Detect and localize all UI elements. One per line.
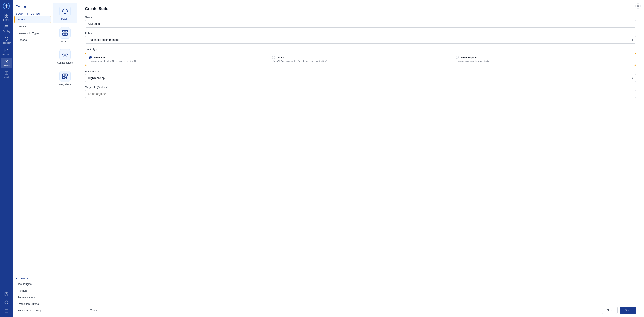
next-button[interactable]: Next xyxy=(602,306,618,314)
dast-name: DAST xyxy=(277,56,284,59)
sidebar-item-policies[interactable]: Policies xyxy=(14,24,51,30)
svg-rect-10 xyxy=(5,294,6,295)
modal-footer: Cancel Next Save xyxy=(77,303,644,317)
target-url-form-group: Target Url (Optional) xyxy=(85,86,636,98)
modal-main: × Create Suite Name Policy TraceableReco… xyxy=(77,0,644,317)
policy-select-wrapper: TraceableRecommended Custom Policy ▾ xyxy=(85,36,636,44)
modal-side-item-integrations[interactable]: Integrations xyxy=(53,68,77,88)
traffic-option-xast-live[interactable]: XAST Live Leverages functional traffic t… xyxy=(86,53,269,66)
radio-dast xyxy=(272,56,275,59)
svg-rect-3 xyxy=(5,16,6,18)
target-url-label: Target Url (Optional) xyxy=(85,86,636,89)
environment-label: Environment xyxy=(85,70,636,73)
policy-label: Policy xyxy=(85,32,636,35)
modal-side-label-configurations: Configurations xyxy=(57,61,72,64)
svg-rect-8 xyxy=(5,292,6,294)
svg-rect-5 xyxy=(5,26,8,29)
svg-rect-15 xyxy=(65,31,67,32)
sidebar-item-authentications[interactable]: Authentications xyxy=(14,294,51,300)
sidebar-item-reports[interactable]: Reports xyxy=(14,37,51,43)
dast-desc: Use API Spec provided to fuzz data to ge… xyxy=(272,60,449,63)
svg-rect-17 xyxy=(65,33,67,35)
name-input[interactable] xyxy=(85,20,636,28)
svg-rect-14 xyxy=(62,31,65,32)
nav-label-catalog: Catalog xyxy=(3,30,10,33)
nav-item-gear[interactable] xyxy=(1,298,12,306)
environment-form-group: Environment HighTechApp Production Stagi… xyxy=(85,70,636,82)
svg-rect-9 xyxy=(6,292,8,294)
sidebar-item-test-plugins[interactable]: Test Plugins xyxy=(14,281,51,287)
sidebar-item-suites[interactable]: Suites xyxy=(14,16,51,23)
cancel-button[interactable]: Cancel xyxy=(85,307,104,313)
nav-bottom xyxy=(1,290,12,314)
modal-title: Create Suite xyxy=(85,7,636,11)
security-testing-label: SECURITY TESTING xyxy=(13,10,53,16)
svg-rect-16 xyxy=(62,33,65,35)
sidebar-item-evaluation-criteria[interactable]: Evaluation Criteria xyxy=(14,301,51,307)
environment-select-wrapper: HighTechApp Production Staging ▾ xyxy=(85,74,636,82)
policy-form-group: Policy TraceableRecommended Custom Polic… xyxy=(85,32,636,44)
configurations-icon xyxy=(62,51,68,58)
nav-item-reports[interactable]: Reports xyxy=(1,69,12,80)
modal-side-label-integrations: Integrations xyxy=(58,83,71,86)
name-form-group: Name xyxy=(85,16,636,28)
integrations-icon-wrapper xyxy=(59,71,70,82)
xast-live-name: XAST Live xyxy=(94,56,106,59)
modal-side-item-details[interactable]: Details xyxy=(53,3,77,23)
modal-side-item-assets[interactable]: Assets xyxy=(53,25,77,45)
modal-overlay: Details Assets xyxy=(53,0,644,317)
details-icon-wrapper xyxy=(59,6,70,17)
radio-xast-replay xyxy=(456,56,459,59)
nav-item-analytics[interactable]: Analytics xyxy=(1,46,12,57)
nav-item-boards[interactable]: Boards xyxy=(1,12,12,23)
svg-rect-21 xyxy=(62,77,65,79)
nav-label-boards: Boards xyxy=(3,19,10,21)
integrations-icon xyxy=(62,73,68,80)
save-button[interactable]: Save xyxy=(620,306,636,314)
svg-rect-20 xyxy=(65,74,67,76)
left-nav: Boards Catalog Protection Analytics Test… xyxy=(0,0,13,317)
nav-label-protection: Protection xyxy=(2,42,11,44)
sidebar-item-runners[interactable]: Runners xyxy=(14,287,51,294)
sidebar-item-vulnerability-types[interactable]: Vulnerability Types xyxy=(14,30,51,36)
svg-rect-1 xyxy=(5,14,6,16)
sidebar-item-environment-config[interactable]: Environment Config xyxy=(14,307,51,313)
svg-rect-2 xyxy=(6,14,8,16)
nav-item-protection[interactable]: Protection xyxy=(1,35,12,46)
nav-item-docs[interactable] xyxy=(1,307,12,314)
nav-item-catalog[interactable]: Catalog xyxy=(1,24,12,34)
traffic-option-xast-replay[interactable]: XAST Replay Leverage past data to replay… xyxy=(452,53,636,66)
svg-point-18 xyxy=(64,54,66,55)
main-content: API Security Suites SCANS COMPLETED 731 … xyxy=(53,0,644,317)
sidebar: Testing SECURITY TESTING Suites Policies… xyxy=(13,0,53,317)
modal-sidebar: Details Assets xyxy=(53,0,77,317)
modal-close-button[interactable]: × xyxy=(635,3,641,9)
modal-side-label-assets: Assets xyxy=(61,40,68,43)
nav-item-add[interactable] xyxy=(1,290,12,298)
nav-label-reports: Reports xyxy=(3,76,10,78)
name-label: Name xyxy=(85,16,636,19)
svg-point-11 xyxy=(6,302,7,303)
traffic-type-section: Traffic Type XAST Live Leverages functio… xyxy=(85,48,636,66)
xast-replay-name: XAST Replay xyxy=(460,56,476,59)
assets-icon xyxy=(62,30,68,36)
radio-xast-live xyxy=(88,56,92,59)
modal-side-label-details: Details xyxy=(61,18,68,21)
nav-label-analytics: Analytics xyxy=(2,53,10,55)
environment-select[interactable]: HighTechApp Production Staging xyxy=(85,74,636,82)
svg-rect-19 xyxy=(62,74,65,76)
app-logo[interactable] xyxy=(3,3,10,10)
xast-replay-desc: Leverage past data to replay traffic xyxy=(456,60,632,63)
sidebar-title: Testing xyxy=(13,3,53,10)
traffic-option-dast[interactable]: DAST Use API Spec provided to fuzz data … xyxy=(269,53,452,66)
configurations-icon-wrapper xyxy=(59,49,70,60)
nav-item-testing[interactable]: Testing xyxy=(1,58,12,68)
traffic-type-label: Traffic Type xyxy=(85,48,636,51)
settings-label: SETTINGS xyxy=(13,274,53,281)
svg-rect-4 xyxy=(6,16,8,18)
target-url-input[interactable] xyxy=(85,90,636,98)
details-icon xyxy=(62,8,68,15)
assets-icon-wrapper xyxy=(59,27,70,39)
modal-side-item-configurations[interactable]: Configurations xyxy=(53,47,77,67)
policy-select[interactable]: TraceableRecommended Custom Policy xyxy=(85,36,636,44)
